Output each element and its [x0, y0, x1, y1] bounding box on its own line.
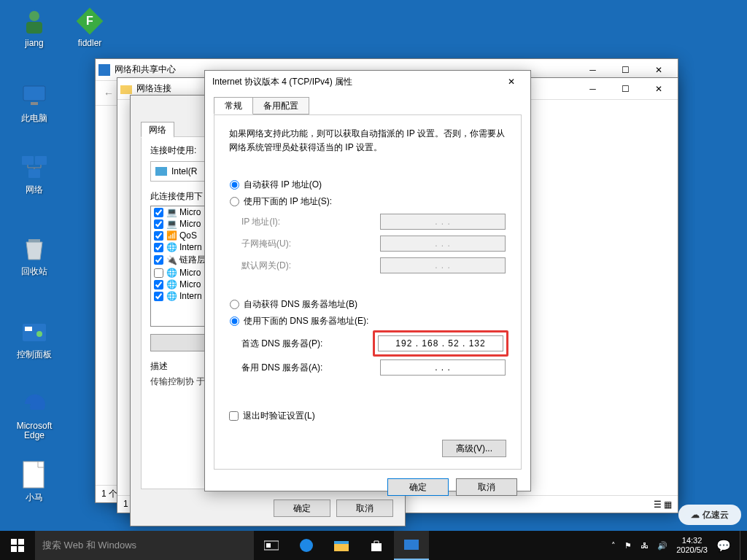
taskbar-search[interactable]: 搜索 Web 和 Windows: [35, 531, 254, 560]
service-icon: 💻: [166, 219, 177, 229]
tab-general[interactable]: 常规: [214, 97, 253, 114]
windows-icon: [11, 539, 24, 552]
clock[interactable]: 14:32 2020/5/3: [676, 536, 708, 555]
minimize-button[interactable]: ─: [576, 79, 609, 99]
alternate-dns-input[interactable]: . . .: [380, 359, 506, 376]
cancel-button[interactable]: 取消: [456, 478, 517, 496]
tray-volume-icon[interactable]: 🔊: [657, 541, 667, 551]
alternate-dns-label: 备用 DNS 服务器(A):: [241, 362, 380, 374]
qos-icon: 📶: [166, 230, 177, 241]
radio-manual-ip[interactable]: 使用下面的 IP 地址(S):: [230, 195, 506, 208]
desktop-icon-fiddler[interactable]: F fiddler: [64, 6, 115, 48]
subnet-mask-input: . . .: [380, 236, 506, 252]
svg-rect-28: [404, 540, 419, 550]
svg-rect-15: [120, 85, 132, 94]
taskbar-store[interactable]: [359, 531, 394, 560]
svg-rect-27: [371, 543, 382, 551]
gateway-label: 默认网关(D):: [241, 260, 380, 272]
tab-network[interactable]: 网络: [141, 122, 174, 138]
svg-rect-7: [35, 156, 47, 165]
tray-up-icon[interactable]: ˄: [611, 541, 616, 551]
svg-rect-18: [11, 539, 17, 545]
tab-alternate[interactable]: 备用配置: [252, 97, 309, 114]
desktop-icon-user[interactable]: jiang: [9, 6, 60, 48]
view-details-icon[interactable]: ☰ ▦: [654, 499, 672, 510]
svg-rect-1: [26, 22, 42, 34]
taskview-icon: [264, 540, 279, 551]
svg-rect-6: [22, 156, 34, 165]
control-panel-icon: [19, 316, 50, 347]
tray-network-icon[interactable]: 🖧: [640, 541, 649, 550]
start-button[interactable]: [0, 531, 35, 560]
intro-text: 如果网络支持此功能，则可以获取自动指派的 IP 设置。否则，你需要从网络系统管理…: [229, 127, 506, 155]
svg-rect-20: [11, 546, 17, 552]
edge-icon: [19, 389, 50, 420]
titlebar[interactable]: Internet 协议版本 4 (TCP/IPv4) 属性 ✕: [205, 71, 530, 93]
desktop-icon-control-panel[interactable]: 控制面板: [9, 316, 60, 361]
taskbar-explorer[interactable]: [324, 531, 359, 560]
back-button[interactable]: ←: [98, 83, 119, 104]
window-icon: [404, 539, 419, 551]
svg-rect-13: [23, 462, 44, 488]
folder-icon: [334, 540, 349, 551]
svg-rect-19: [18, 539, 24, 545]
svg-point-0: [29, 11, 39, 21]
protocol-icon: 🌐: [166, 291, 177, 301]
ip-address-input: . . .: [380, 214, 506, 230]
taskbar: 搜索 Web 和 Windows ˄ ⚑ 🖧 🔊 14:32 2020/5/3 …: [0, 531, 747, 560]
taskbar-active-window[interactable]: [394, 531, 429, 560]
user-icon: [19, 6, 50, 36]
protocol-icon: 🌐: [166, 279, 177, 289]
radio-manual-dns[interactable]: 使用下面的 DNS 服务器地址(E):: [230, 315, 506, 327]
gateway-input: . . .: [380, 257, 506, 273]
show-desktop-button[interactable]: [740, 531, 744, 560]
desktop-icon-recycle[interactable]: 回收站: [9, 233, 60, 278]
subnet-mask-label: 子网掩码(U):: [241, 238, 380, 250]
window-tcpip-properties: Internet 协议版本 4 (TCP/IPv4) 属性 ✕ 常规 备用配置 …: [204, 70, 531, 491]
svg-text:F: F: [86, 15, 93, 27]
validate-checkbox[interactable]: 退出时验证设置(L): [229, 410, 506, 422]
watermark: ☁亿速云: [678, 505, 741, 525]
network-center-icon: [98, 64, 110, 76]
ok-button[interactable]: 确定: [387, 478, 449, 496]
tray-flag-icon[interactable]: ⚑: [624, 541, 632, 551]
radio-auto-dns[interactable]: 自动获得 DNS 服务器地址(B): [230, 298, 506, 311]
close-button[interactable]: ✕: [495, 71, 527, 92]
svg-rect-5: [31, 102, 38, 105]
svg-rect-8: [28, 169, 40, 178]
store-icon: [370, 539, 383, 552]
nic-icon: [155, 167, 167, 176]
fiddler-icon: F: [74, 6, 105, 36]
file-icon: [19, 459, 50, 490]
taskbar-edge[interactable]: [289, 531, 324, 560]
desktop-icon-this-pc[interactable]: 此电脑: [9, 80, 60, 125]
ip-address-label: IP 地址(I):: [241, 216, 380, 228]
svg-rect-23: [266, 543, 271, 548]
notifications-icon[interactable]: 💬: [716, 539, 731, 553]
svg-rect-14: [98, 64, 110, 76]
preferred-dns-input[interactable]: 192 . 168 . 52 . 132: [378, 335, 503, 351]
preferred-dns-label: 首选 DNS 服务器(P):: [241, 338, 376, 350]
close-button[interactable]: ✕: [642, 79, 675, 99]
desktop-icon-file[interactable]: 小马: [9, 459, 60, 504]
svg-point-24: [300, 539, 313, 552]
svg-rect-17: [155, 167, 167, 176]
svg-rect-26: [334, 541, 349, 544]
maximize-button[interactable]: ☐: [609, 79, 642, 99]
desktop-icon-network[interactable]: 网络: [9, 152, 60, 196]
edge-icon: [299, 538, 314, 553]
advanced-button[interactable]: 高级(V)...: [442, 440, 506, 457]
recycle-icon: [19, 233, 50, 264]
task-view-button[interactable]: [254, 531, 289, 560]
svg-rect-9: [28, 239, 40, 242]
client-icon: 💻: [166, 207, 177, 217]
network-icon: [19, 152, 50, 182]
protocol-icon: 🌐: [166, 268, 177, 278]
svg-rect-21: [18, 546, 24, 552]
driver-icon: 🔌: [166, 255, 177, 265]
svg-point-12: [36, 331, 42, 337]
folder-icon: [120, 83, 132, 95]
system-tray[interactable]: ˄ ⚑ 🖧 🔊 14:32 2020/5/3 💬: [611, 531, 747, 560]
radio-auto-ip[interactable]: 自动获得 IP 地址(O): [230, 179, 506, 191]
desktop-icon-edge[interactable]: Microsoft Edge: [9, 389, 60, 440]
